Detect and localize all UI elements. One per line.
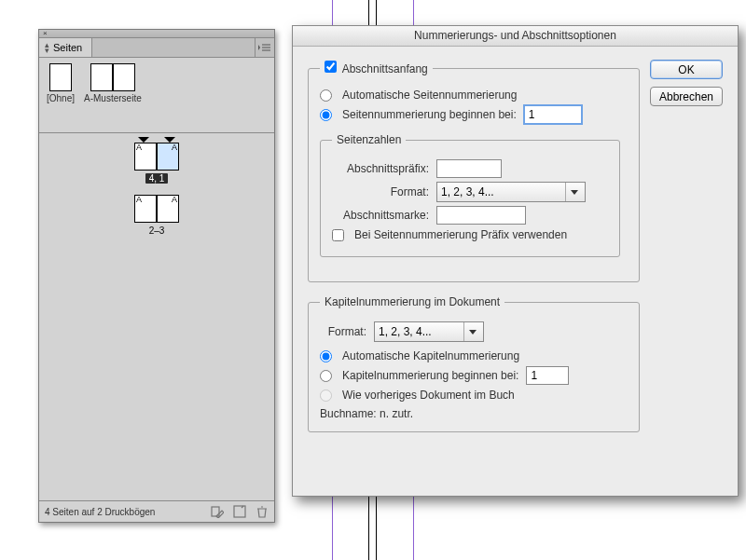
panel-tab-row: ▴▾ Seiten [39, 38, 274, 58]
panel-footer: 4 Seiten auf 2 Druckbögen [39, 500, 274, 522]
trash-icon[interactable] [256, 505, 269, 518]
section-start-legend: Abschnittsanfang [342, 62, 428, 75]
section-start-checkbox[interactable] [325, 61, 337, 73]
page-numbers-fieldset: Seitenzahlen Abschnittspräfix: Format: 1… [320, 133, 620, 257]
section-marker-label: Abschnittsmarke: [332, 209, 429, 222]
book-name-label: Buchname: n. zutr. [320, 407, 628, 420]
start-page-numbering-at-input[interactable] [524, 105, 582, 124]
section-start-marker-icon [164, 137, 175, 143]
use-prefix-checkbox[interactable] [332, 229, 344, 241]
chapter-format-label: Format: [320, 325, 366, 338]
same-as-previous-radio [320, 389, 332, 402]
section-start-fieldset: Abschnittsanfang Automatische Seitennumm… [308, 61, 640, 282]
spread-label: 2–3 [145, 225, 169, 236]
auto-chapter-numbering-label: Automatische Kapitelnummerierung [342, 349, 519, 362]
panel-menu-button[interactable] [255, 38, 274, 57]
chevron-down-icon [565, 183, 583, 201]
chapter-numbering-fieldset: Kapitelnummerierung im Dokument Format: … [308, 295, 640, 432]
start-chapter-numbering-at-input[interactable] [526, 366, 569, 385]
master-label: A-Musterseite [84, 93, 142, 103]
spread-label: 4, 1 [145, 173, 169, 184]
tab-label: Seiten [53, 42, 82, 53]
panel-close-bar[interactable]: × [39, 30, 274, 38]
chapter-numbering-legend: Kapitelnummerierung im Dokument [320, 295, 504, 308]
page-number-format-label: Format: [332, 185, 429, 198]
new-page-icon[interactable] [233, 505, 246, 518]
cancel-button[interactable]: Abbrechen [650, 87, 723, 106]
start-page-numbering-at-radio[interactable] [320, 109, 332, 121]
page-numbers-legend: Seitenzahlen [332, 133, 406, 146]
master-a[interactable]: A-Musterseite [84, 63, 142, 103]
chapter-format-select[interactable]: 1, 2, 3, 4... [374, 321, 484, 342]
use-prefix-label: Bei Seitennummerierung Präfix verwenden [354, 228, 567, 241]
spread-2[interactable]: A A 2–3 [134, 195, 179, 236]
start-chapter-numbering-at-label: Kapitelnummerierung beginnen bei: [342, 369, 518, 382]
chapter-format-value: 1, 2, 3, 4... [379, 325, 432, 338]
master-pages-section: [Ohne] A-Musterseite [39, 58, 274, 133]
edit-page-icon[interactable] [211, 505, 224, 518]
section-start-marker-icon [138, 137, 149, 143]
document-pages-section: A A 4, 1 A A 2–3 [39, 133, 274, 471]
master-none[interactable]: [Ohne] [47, 63, 75, 103]
page-number-format-select[interactable]: 1, 2, 3, 4... [436, 182, 586, 202]
svg-rect-1 [234, 506, 245, 517]
footer-status: 4 Seiten auf 2 Druckbögen [45, 507, 155, 517]
master-label: [Ohne] [47, 93, 75, 103]
numbering-options-dialog: Nummerierungs- und Abschnittsoptionen OK… [292, 25, 739, 497]
spread-1[interactable]: A A 4, 1 [134, 143, 179, 184]
start-chapter-numbering-at-radio[interactable] [320, 370, 332, 382]
section-marker-input[interactable] [436, 206, 526, 225]
section-prefix-input[interactable] [436, 159, 502, 178]
hamburger-menu-icon [258, 42, 271, 53]
page-number-format-value: 1, 2, 3, 4... [441, 185, 494, 198]
auto-chapter-numbering-radio[interactable] [320, 350, 332, 362]
same-as-previous-label: Wie vorheriges Dokument im Buch [342, 389, 515, 402]
ok-button[interactable]: OK [650, 60, 723, 79]
section-prefix-label: Abschnittspräfix: [332, 162, 429, 175]
chevron-down-icon [463, 322, 481, 341]
dialog-title: Nummerierungs- und Abschnittsoptionen [293, 26, 738, 47]
auto-page-numbering-label: Automatische Seitennummerierung [342, 89, 517, 102]
tab-pages[interactable]: ▴▾ Seiten [39, 38, 92, 57]
auto-page-numbering-radio[interactable] [320, 89, 332, 102]
start-page-numbering-at-label: Seitennummerierung beginnen bei: [342, 108, 517, 121]
expand-collapse-icon: ▴▾ [45, 42, 49, 53]
pages-panel: × ▴▾ Seiten [Ohne] A-Musterseite A A [38, 29, 275, 523]
